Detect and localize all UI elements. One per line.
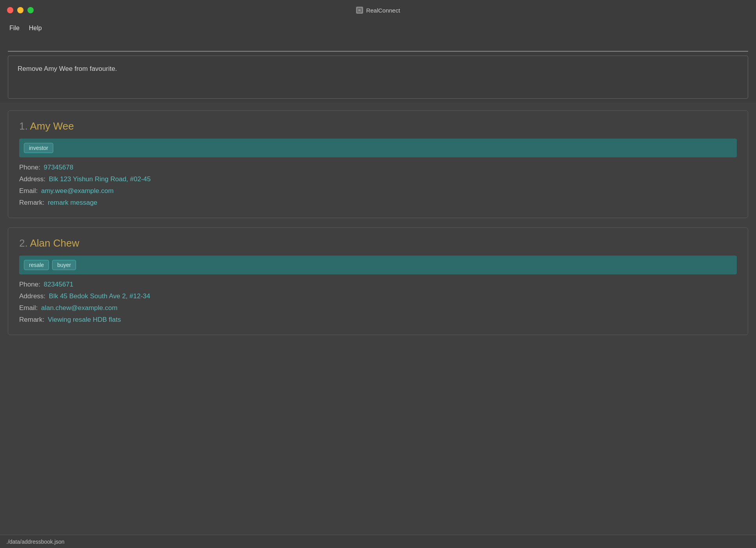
address-value: Blk 123 Yishun Ring Road, #02-45 [49,175,151,183]
tag: buyer [52,260,76,270]
svg-text:R: R [358,9,361,12]
tag: resale [24,260,49,270]
email-value: alan.chew@example.com [41,304,118,312]
contacts-list: 1. Amy WeeinvestorPhone: 97345678Address… [8,110,748,335]
contact-number: 2. [19,237,30,249]
contact-phone-row: Phone: 97345678 [19,164,737,171]
file-menu[interactable]: File [5,23,24,33]
contact-phone-row: Phone: 82345671 [19,281,737,288]
email-label: Email: [19,187,40,195]
remark-value: remark message [48,199,98,207]
phone-value: 82345671 [44,281,74,288]
contact-name: 2. Alan Chew [19,237,737,249]
contact-number: 1. [19,120,30,132]
phone-value: 97345678 [44,164,74,171]
status-path: ./data/addressbook.json [6,539,65,545]
contact-details: Phone: 97345678Address: Blk 123 Yishun R… [19,164,737,207]
phone-label: Phone: [19,281,42,288]
app-title: R RealConnect [356,7,400,14]
contact-address-row: Address: Blk 45 Bedok South Ave 2, #12-3… [19,292,737,300]
tags-row: investor [19,139,737,157]
contact-remark-row: Remark: Viewing resale HDB flats [19,316,737,324]
remark-label: Remark: [19,199,46,207]
app-icon: R [356,7,363,14]
contact-address-row: Address: Blk 123 Yishun Ring Road, #02-4… [19,175,737,183]
email-label: Email: [19,304,40,312]
phone-label: Phone: [19,164,42,171]
minimize-button[interactable] [17,7,24,13]
contact-email-row: Email: amy.wee@example.com [19,187,737,195]
address-value: Blk 45 Bedok South Ave 2, #12-34 [49,292,150,300]
title-bar: R RealConnect [0,0,756,20]
close-button[interactable] [7,7,13,13]
contact-name: 1. Amy Wee [19,120,737,132]
output-box: Remove Amy Wee from favourite. [8,56,748,99]
contact-name-text: Alan Chew [30,237,79,249]
contact-email-row: Email: alan.chew@example.com [19,304,737,312]
remark-label: Remark: [19,316,46,324]
command-input[interactable] [8,39,748,52]
email-value: amy.wee@example.com [41,187,114,195]
contact-card: 1. Amy WeeinvestorPhone: 97345678Address… [8,110,748,218]
address-label: Address: [19,292,47,300]
results-area[interactable]: 1. Amy WeeinvestorPhone: 97345678Address… [0,103,756,535]
tags-row: resalebuyer [19,256,737,274]
address-label: Address: [19,175,47,183]
status-bar: ./data/addressbook.json [0,535,756,548]
output-text: Remove Amy Wee from favourite. [18,64,738,74]
command-area [0,36,756,52]
contact-card: 2. Alan ChewresalebuyerPhone: 82345671Ad… [8,227,748,335]
menu-bar: File Help [0,20,756,36]
contact-details: Phone: 82345671Address: Blk 45 Bedok Sou… [19,281,737,324]
help-menu[interactable]: Help [25,23,46,33]
maximize-button[interactable] [27,7,34,13]
traffic-lights [7,7,34,13]
contact-remark-row: Remark: remark message [19,199,737,207]
remark-value: Viewing resale HDB flats [48,316,121,324]
contact-name-text: Amy Wee [30,120,74,132]
tag: investor [24,143,53,153]
